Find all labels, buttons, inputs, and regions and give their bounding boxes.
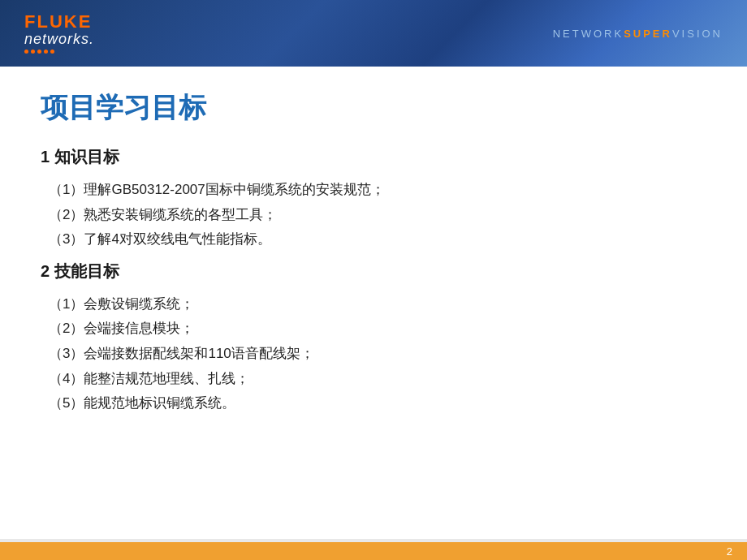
logo-dot-5 <box>50 50 54 54</box>
list-item: （2）会端接信息模块； <box>49 317 706 342</box>
section2-list: （1）会敷设铜缆系统； （2）会端接信息模块； （3）会端接数据配线架和110语… <box>49 292 706 416</box>
logo-area: FLUKE networks. <box>24 13 94 54</box>
main-content: 项目学习目标 1 知识目标 （1）理解GB50312-2007国标中铜缆系统的安… <box>0 67 747 441</box>
list-item: （1）会敷设铜缆系统； <box>49 292 706 317</box>
list-item: （3）会端接数据配线架和110语音配线架； <box>49 342 706 367</box>
list-item: （1）理解GB50312-2007国标中铜缆系统的安装规范； <box>49 178 706 203</box>
logo-dot-4 <box>44 50 48 54</box>
page-number: 2 <box>727 545 732 558</box>
page-title: 项目学习目标 <box>41 89 706 127</box>
logo-dot-1 <box>24 50 28 54</box>
logo-dot-3 <box>37 50 41 54</box>
footer: 2 <box>0 542 747 560</box>
header: FLUKE networks. NETWORKSUPERVISION <box>0 0 747 67</box>
logo-dot-2 <box>31 50 35 54</box>
tagline-super: SUPER <box>624 28 672 40</box>
logo-fluke: FLUKE <box>24 13 92 31</box>
list-item: （3）了解4对双绞线电气性能指标。 <box>49 227 706 252</box>
logo-dots <box>24 50 54 54</box>
header-tagline: NETWORKSUPERVISION <box>553 28 723 40</box>
section1-list: （1）理解GB50312-2007国标中铜缆系统的安装规范； （2）熟悉安装铜缆… <box>49 178 706 252</box>
list-item: （5）能规范地标识铜缆系统。 <box>49 391 706 416</box>
tagline-network: NETWORK <box>553 28 624 40</box>
list-item: （2）熟悉安装铜缆系统的各型工具； <box>49 203 706 228</box>
section1-heading: 1 知识目标 <box>41 146 706 168</box>
section2-heading: 2 技能目标 <box>41 261 706 282</box>
tagline-vision: VISION <box>672 28 723 40</box>
logo-networks: networks. <box>24 31 94 49</box>
list-item: （4）能整洁规范地理线、扎线； <box>49 367 706 392</box>
